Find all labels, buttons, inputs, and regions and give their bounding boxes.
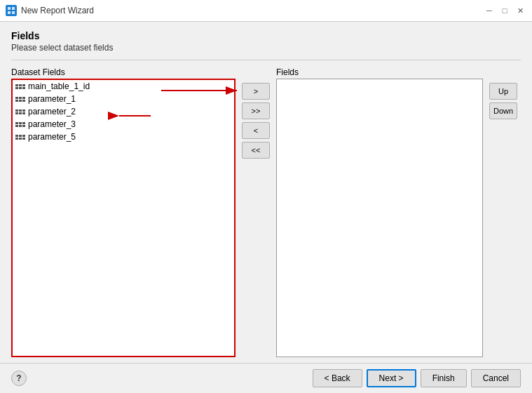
title-bar-left: New Report Wizard xyxy=(6,5,94,16)
help-button[interactable]: ? xyxy=(11,371,27,386)
field-icon xyxy=(15,108,25,115)
fields-panel-label: Fields xyxy=(276,67,483,77)
move-one-right-button[interactable]: > xyxy=(242,83,270,100)
transfer-button-column: > >> < << xyxy=(238,67,273,357)
selected-fields-list[interactable] xyxy=(276,79,483,357)
divider xyxy=(11,60,521,60)
page-subtitle: Please select dataset fields xyxy=(11,43,521,53)
list-item[interactable]: parameter_2 xyxy=(13,105,234,118)
field-icon xyxy=(15,95,25,102)
close-button[interactable]: ✕ xyxy=(514,4,526,17)
fields-panel: Fields xyxy=(276,67,483,357)
grid-icon xyxy=(15,84,25,89)
field-icon xyxy=(15,83,25,90)
navigation-buttons: < Back Next > Finish Cancel xyxy=(313,369,521,387)
list-item[interactable]: parameter_1 xyxy=(13,93,234,105)
move-all-left-button[interactable]: << xyxy=(242,142,270,159)
next-button[interactable]: Next > xyxy=(367,369,416,387)
grid-icon xyxy=(15,135,25,140)
svg-rect-3 xyxy=(12,11,15,14)
field-name: main_table_1_id xyxy=(28,81,90,91)
dataset-panel: Dataset Fields main_table_1_id xyxy=(11,67,236,357)
finish-button[interactable]: Finish xyxy=(421,369,467,387)
grid-icon xyxy=(15,122,25,127)
content-area: Fields Please select dataset fields Data… xyxy=(0,22,532,363)
svg-rect-1 xyxy=(12,7,15,10)
title-bar: New Report Wizard ─ □ ✕ xyxy=(0,0,532,22)
minimize-button[interactable]: ─ xyxy=(483,4,496,17)
list-item[interactable]: parameter_3 xyxy=(13,118,234,131)
field-icon xyxy=(15,133,25,140)
wizard-body: Fields Please select dataset fields Data… xyxy=(0,22,532,393)
main-panel: Dataset Fields main_table_1_id xyxy=(11,67,521,357)
move-up-button[interactable]: Up xyxy=(489,83,517,100)
app-icon xyxy=(6,5,17,16)
dataset-panel-label: Dataset Fields xyxy=(11,67,236,77)
field-icon xyxy=(15,121,25,128)
move-all-right-button[interactable]: >> xyxy=(242,102,270,119)
svg-rect-0 xyxy=(8,7,11,10)
page-title: Fields xyxy=(11,30,521,41)
move-down-button[interactable]: Down xyxy=(489,102,517,119)
header-section: Fields Please select dataset fields xyxy=(11,30,521,53)
back-button[interactable]: < Back xyxy=(313,369,362,387)
cancel-button[interactable]: Cancel xyxy=(471,369,521,387)
grid-icon xyxy=(15,97,25,102)
field-name: parameter_5 xyxy=(28,132,76,142)
window-title: New Report Wizard xyxy=(21,6,94,15)
field-name: parameter_2 xyxy=(28,107,76,116)
grid-icon xyxy=(15,109,25,114)
updown-button-column: Up Down xyxy=(486,67,521,357)
field-name: parameter_1 xyxy=(28,94,76,104)
svg-rect-2 xyxy=(8,11,11,14)
move-one-left-button[interactable]: < xyxy=(242,122,270,139)
window-controls: ─ □ ✕ xyxy=(483,4,526,17)
list-item[interactable]: parameter_5 xyxy=(13,131,234,143)
list-item[interactable]: main_table_1_id xyxy=(13,80,234,93)
bottom-bar: ? < Back Next > Finish Cancel xyxy=(0,363,532,393)
field-name: parameter_3 xyxy=(28,119,76,129)
maximize-button[interactable]: □ xyxy=(498,4,511,17)
dataset-fields-list[interactable]: main_table_1_id parameter_1 xyxy=(11,79,236,357)
